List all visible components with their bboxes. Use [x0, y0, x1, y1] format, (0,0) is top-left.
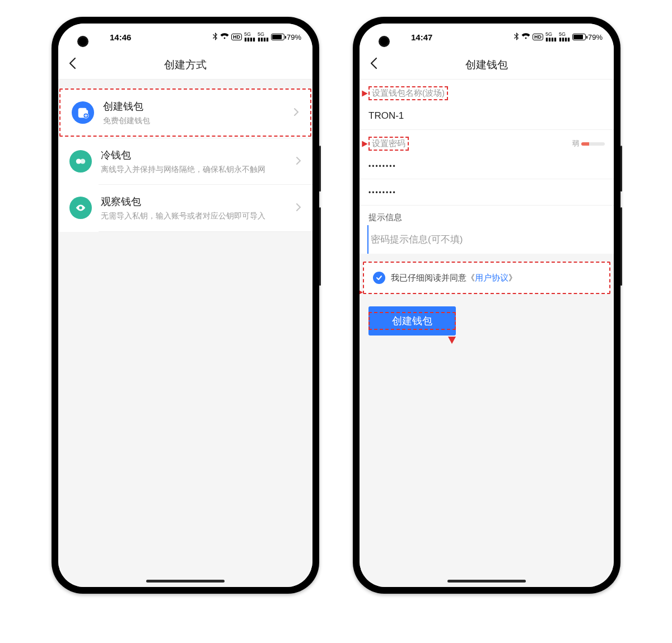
password-section: 设置密码 弱 •••••••• ••••••••	[360, 129, 614, 205]
status-time: 14:46	[110, 32, 131, 42]
back-button[interactable]	[68, 57, 85, 73]
password-strength: 弱	[572, 139, 605, 148]
item-title: 冷钱包	[101, 148, 296, 162]
status-time: 14:47	[411, 32, 432, 42]
list-item-cold-wallet[interactable]: 冷钱包 离线导入并保持与网络隔绝，确保私钥永不触网	[58, 138, 312, 184]
screen-left: 14:46 HD 5G▮▮▮▮ 5G▮▮▮▮ 79% 创建方式	[58, 24, 312, 587]
user-agreement-link[interactable]: 用户协议	[475, 273, 508, 282]
annotation-arrow-icon	[362, 90, 367, 96]
item-sub: 无需导入私钥，输入账号或者对应公钥即可导入	[101, 211, 296, 221]
wallet-name-input[interactable]: TRON-1	[360, 102, 614, 129]
wallet-add-icon	[72, 101, 94, 124]
bluetooth-icon	[212, 32, 218, 42]
password-input[interactable]: ••••••••	[360, 153, 614, 179]
nav-bar: 创建钱包	[360, 50, 614, 80]
strength-text: 弱	[572, 139, 579, 148]
signal2-icon: 5G▮▮▮▮	[559, 32, 570, 42]
battery-icon	[572, 34, 586, 40]
hint-placeholder: 密码提示信息(可不填)	[371, 234, 463, 245]
signal1-icon: 5G▮▮▮▮	[545, 32, 557, 42]
signal1-icon: 5G▮▮▮▮	[244, 32, 255, 42]
phone-right: 14:47 HD 5G▮▮▮▮ 5G▮▮▮▮ 79% 创建钱包	[353, 17, 620, 594]
password-confirm-input[interactable]: ••••••••	[360, 179, 614, 205]
list-item-watch-wallet[interactable]: 观察钱包 无需导入私钥，输入账号或者对应公钥即可导入	[58, 185, 312, 231]
wallet-name-section: 设置钱包名称(波场) TRON-1	[360, 80, 614, 129]
camera-hole-icon	[379, 36, 390, 47]
camera-hole-icon	[77, 36, 88, 47]
item-sub: 免费创建钱包	[103, 115, 293, 125]
strength-bar-icon	[581, 142, 605, 146]
checkbox-checked-icon[interactable]	[373, 272, 385, 284]
annotation-arrow-icon	[360, 288, 363, 296]
annotation-arrow-icon	[448, 337, 456, 344]
home-indicator[interactable]	[146, 580, 225, 583]
status-bar: 14:46 HD 5G▮▮▮▮ 5G▮▮▮▮ 79%	[58, 24, 312, 50]
signal2-icon: 5G▮▮▮▮	[258, 32, 269, 42]
wifi-icon	[521, 33, 530, 41]
bluetooth-icon	[514, 32, 519, 42]
password-label-box: 设置密码	[368, 137, 409, 151]
phone-left: 14:46 HD 5G▮▮▮▮ 5G▮▮▮▮ 79% 创建方式	[52, 17, 319, 594]
status-icons: HD 5G▮▮▮▮ 5G▮▮▮▮ 79%	[514, 32, 603, 42]
hd-icon: HD	[231, 34, 242, 40]
hint-section: 提示信息 密码提示信息(可不填)	[360, 205, 614, 254]
status-icons: HD 5G▮▮▮▮ 5G▮▮▮▮ 79%	[212, 32, 301, 42]
item-title: 观察钱包	[101, 195, 296, 208]
hint-label: 提示信息	[368, 212, 402, 223]
password-label: 设置密码	[372, 138, 405, 149]
password-mask: ••••••••	[368, 162, 396, 170]
chevron-right-icon	[296, 201, 301, 215]
item-title: 创建钱包	[103, 100, 293, 113]
content-left: 创建钱包 免费创建钱包 冷钱包	[58, 80, 312, 587]
wifi-icon	[220, 33, 229, 41]
home-indicator[interactable]	[447, 580, 526, 583]
agreement-row[interactable]: 我已仔细阅读并同意《用户协议》	[363, 262, 610, 294]
battery-pct: 79%	[588, 33, 603, 41]
nav-title: 创建钱包	[360, 58, 614, 72]
create-wallet-button[interactable]: 创建钱包	[368, 306, 456, 336]
hint-input[interactable]: 密码提示信息(可不填)	[367, 225, 614, 254]
nav-title: 创建方式	[58, 58, 312, 72]
agreement-text: 我已仔细阅读并同意《用户协议》	[391, 273, 517, 283]
wallet-type-list: 创建钱包 免费创建钱包 冷钱包	[58, 88, 312, 232]
create-button-label-box: 创建钱包	[368, 312, 456, 330]
svg-point-2	[80, 159, 85, 164]
list-item-create-wallet[interactable]: 创建钱包 免费创建钱包	[59, 88, 311, 137]
wallet-name-value: TRON-1	[368, 110, 404, 121]
cold-wallet-icon	[69, 150, 92, 173]
back-button[interactable]	[370, 57, 386, 73]
hd-icon: HD	[533, 34, 543, 40]
status-bar: 14:47 HD 5G▮▮▮▮ 5G▮▮▮▮ 79%	[360, 24, 614, 50]
item-sub: 离线导入并保持与网络隔绝，确保私钥永不触网	[101, 164, 296, 174]
annotation-arrow-icon	[362, 141, 367, 147]
chevron-right-icon	[293, 105, 299, 120]
nav-bar: 创建方式	[58, 50, 312, 80]
wallet-name-label-box: 设置钱包名称(波场)	[368, 86, 448, 100]
screen-right: 14:47 HD 5G▮▮▮▮ 5G▮▮▮▮ 79% 创建钱包	[360, 24, 614, 587]
create-button-label: 创建钱包	[392, 315, 432, 327]
wallet-name-label: 设置钱包名称(波场)	[372, 88, 445, 99]
content-right: 设置钱包名称(波场) TRON-1 设置密码 弱	[360, 80, 614, 587]
chevron-right-icon	[296, 154, 301, 169]
battery-icon	[271, 34, 284, 40]
password-confirm-mask: ••••••••	[368, 189, 396, 197]
eye-icon	[69, 197, 92, 219]
battery-pct: 79%	[287, 33, 301, 41]
